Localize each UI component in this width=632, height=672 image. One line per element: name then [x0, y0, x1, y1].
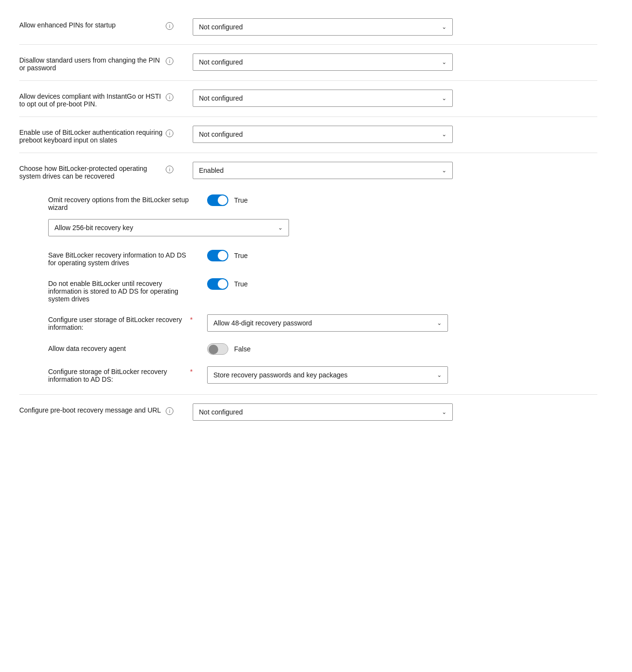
sub-do-not-enable-row: Do not enable BitLocker until recovery i…: [48, 272, 597, 309]
preboot-keyboard-label: Enable use of BitLocker authentication r…: [19, 126, 173, 144]
instantgo-chevron-icon: ⌄: [442, 95, 447, 102]
recovery-key-dropdown-value: Allow 256-bit recovery key: [54, 224, 133, 232]
enhanced-pins-dropdown-value: Not configured: [199, 23, 243, 31]
sub-user-storage-row: Configure user storage of BitLocker reco…: [48, 309, 597, 337]
storage-adds-dropdown-value: Store recovery passwords and key package…: [213, 371, 348, 379]
preboot-keyboard-dropdown[interactable]: Not configured ⌄: [193, 126, 453, 143]
setting-disallow-standard-users: Disallow standard users from changing th…: [19, 45, 597, 80]
instantgo-control: Not configured ⌄: [193, 90, 453, 107]
sub-save-adds-label: Save BitLocker recovery information to A…: [48, 250, 193, 267]
instantgo-dropdown[interactable]: Not configured ⌄: [193, 90, 453, 107]
do-not-enable-toggle[interactable]: [207, 278, 228, 290]
data-recovery-agent-toggle-thumb: [209, 345, 218, 354]
disallow-standard-users-label: Disallow standard users from changing th…: [19, 53, 173, 72]
enhanced-pins-info-icon[interactable]: i: [166, 22, 173, 30]
user-storage-required-star: *: [190, 316, 193, 323]
preboot-keyboard-dropdown-value: Not configured: [199, 130, 243, 138]
bitlocker-recovery-info-icon[interactable]: i: [166, 166, 173, 173]
recovery-key-chevron-icon: ⌄: [278, 224, 283, 231]
sub-data-recovery-agent-control: False: [207, 343, 597, 355]
sub-omit-recovery-label: Omit recovery options from the BitLocker…: [48, 194, 193, 211]
sub-storage-adds-control: Store recovery passwords and key package…: [207, 366, 597, 384]
sub-do-not-enable-label: Do not enable BitLocker until recovery i…: [48, 278, 193, 303]
sub-recovery-key-row: Allow 256-bit recovery key ⌄: [48, 217, 597, 244]
disallow-standard-users-control: Not configured ⌄: [193, 53, 453, 71]
setting-enhanced-pins: Allow enhanced PINs for startup i Not co…: [19, 10, 597, 44]
disallow-standard-users-info-icon[interactable]: i: [166, 57, 173, 65]
do-not-enable-toggle-label: True: [234, 280, 248, 288]
preboot-recovery-info-icon[interactable]: i: [166, 407, 173, 415]
sub-omit-recovery-control: True: [207, 194, 597, 206]
save-adds-toggle-label: True: [234, 252, 248, 259]
preboot-recovery-chevron-icon: ⌄: [442, 409, 447, 415]
enhanced-pins-control: Not configured ⌄: [193, 18, 453, 36]
disallow-standard-users-dropdown-value: Not configured: [199, 58, 243, 66]
bitlocker-recovery-dropdown[interactable]: Enabled ⌄: [193, 162, 453, 179]
sub-do-not-enable-control: True: [207, 278, 597, 290]
do-not-enable-toggle-thumb: [218, 279, 227, 289]
enhanced-pins-chevron-icon: ⌄: [442, 24, 447, 30]
data-recovery-agent-toggle[interactable]: [207, 343, 228, 355]
sub-data-recovery-agent-label: Allow data recovery agent: [48, 343, 193, 352]
preboot-keyboard-control: Not configured ⌄: [193, 126, 453, 143]
sub-recovery-key-control: Allow 256-bit recovery key ⌄: [48, 219, 289, 236]
user-storage-dropdown[interactable]: Allow 48-digit recovery password ⌄: [207, 314, 448, 332]
save-adds-toggle[interactable]: [207, 250, 228, 261]
instantgo-info-icon[interactable]: i: [166, 93, 173, 101]
preboot-recovery-control: Not configured ⌄: [193, 403, 453, 421]
preboot-recovery-label: Configure pre-boot recovery message and …: [19, 403, 173, 415]
disallow-standard-users-chevron-icon: ⌄: [442, 59, 447, 65]
sub-data-recovery-agent-row: Allow data recovery agent False: [48, 337, 597, 361]
bitlocker-recovery-chevron-icon: ⌄: [442, 167, 447, 174]
storage-adds-chevron-icon: ⌄: [437, 372, 442, 378]
preboot-recovery-dropdown-value: Not configured: [199, 408, 243, 416]
sub-user-storage-label: Configure user storage of BitLocker reco…: [48, 314, 193, 331]
bitlocker-recovery-dropdown-value: Enabled: [199, 167, 224, 174]
omit-recovery-toggle-thumb: [218, 195, 227, 205]
save-adds-toggle-thumb: [218, 251, 227, 260]
disallow-standard-users-dropdown[interactable]: Not configured ⌄: [193, 53, 453, 71]
bitlocker-recovery-label: Choose how BitLocker-protected operating…: [19, 162, 173, 180]
bitlocker-recovery-control: Enabled ⌄: [193, 162, 453, 179]
setting-instantgo: Allow devices compliant with InstantGo o…: [19, 81, 597, 116]
sub-omit-recovery-row: Omit recovery options from the BitLocker…: [48, 189, 597, 217]
setting-preboot-recovery: Configure pre-boot recovery message and …: [19, 395, 597, 429]
sub-user-storage-control: Allow 48-digit recovery password ⌄: [207, 314, 597, 332]
omit-recovery-toggle[interactable]: [207, 194, 228, 206]
storage-adds-required-star: *: [190, 368, 193, 375]
settings-container: Allow enhanced PINs for startup i Not co…: [19, 10, 597, 429]
user-storage-dropdown-value: Allow 48-digit recovery password: [213, 319, 312, 327]
sub-storage-adds-row: Configure storage of BitLocker recovery …: [48, 361, 597, 389]
sub-save-adds-row: Save BitLocker recovery information to A…: [48, 244, 597, 272]
instantgo-dropdown-value: Not configured: [199, 94, 243, 102]
storage-adds-dropdown[interactable]: Store recovery passwords and key package…: [207, 366, 448, 384]
preboot-recovery-dropdown[interactable]: Not configured ⌄: [193, 403, 453, 421]
sub-settings-section: Omit recovery options from the BitLocker…: [19, 189, 597, 394]
setting-preboot-keyboard: Enable use of BitLocker authentication r…: [19, 117, 597, 153]
instantgo-label: Allow devices compliant with InstantGo o…: [19, 90, 173, 108]
sub-storage-adds-label: Configure storage of BitLocker recovery …: [48, 366, 193, 383]
recovery-key-dropdown[interactable]: Allow 256-bit recovery key ⌄: [48, 219, 289, 236]
preboot-keyboard-chevron-icon: ⌄: [442, 131, 447, 138]
preboot-keyboard-info-icon[interactable]: i: [166, 129, 173, 137]
enhanced-pins-dropdown[interactable]: Not configured ⌄: [193, 18, 453, 36]
enhanced-pins-label: Allow enhanced PINs for startup i: [19, 18, 173, 30]
setting-bitlocker-recovery: Choose how BitLocker-protected operating…: [19, 153, 597, 189]
data-recovery-agent-toggle-label: False: [234, 345, 250, 353]
sub-save-adds-control: True: [207, 250, 597, 261]
user-storage-chevron-icon: ⌄: [437, 320, 442, 326]
omit-recovery-toggle-label: True: [234, 196, 248, 204]
